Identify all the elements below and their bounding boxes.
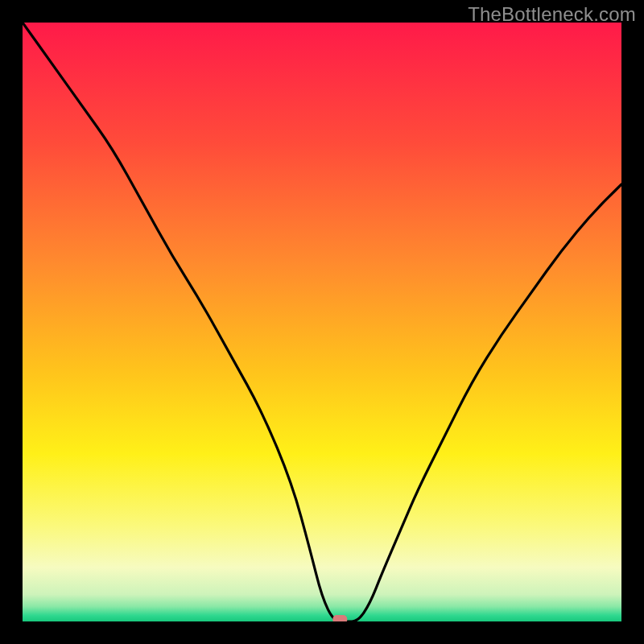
- gradient-background: [23, 23, 621, 621]
- optimal-point-marker: [332, 615, 347, 621]
- plot-area: [23, 23, 621, 621]
- chart-svg: [23, 23, 621, 621]
- watermark-text: TheBottleneck.com: [468, 3, 636, 26]
- chart-container: TheBottleneck.com: [0, 0, 644, 644]
